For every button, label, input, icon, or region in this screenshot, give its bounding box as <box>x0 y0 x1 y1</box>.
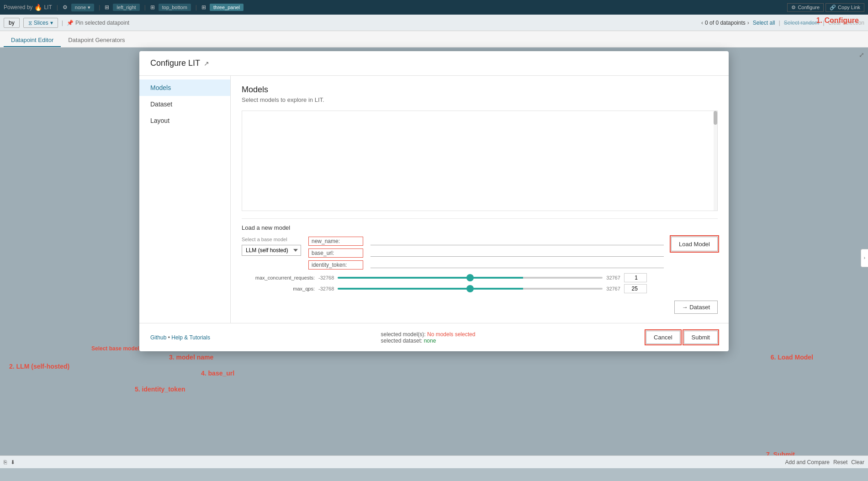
max-qps-number[interactable] <box>624 284 647 293</box>
tab-datapoint-editor-label: Datapoint Editor <box>11 37 53 43</box>
gear-icon: ⚙ <box>791 5 796 11</box>
lit-text: LIT <box>44 4 52 11</box>
powered-by-text: Powered by <box>4 4 32 11</box>
slices-dropdown-icon: ▾ <box>50 20 53 26</box>
sidebar-dataset-label: Dataset <box>150 100 172 108</box>
top-bar: Powered by 🔥 LIT | ⚙ none ▾ | ⊞ left_rig… <box>0 0 868 15</box>
max-qps-label: max_qps: <box>242 286 315 291</box>
tab-datapoint-editor[interactable]: Datapoint Editor <box>4 34 61 47</box>
datapoints-nav: ‹ 0 of 0 datapoints › <box>701 20 749 26</box>
prev-datapoint-btn[interactable]: ‹ <box>701 20 703 26</box>
next-datapoint-btn[interactable]: › <box>747 20 749 26</box>
base-model-select[interactable]: LLM (self hosted) <box>242 245 301 256</box>
lit-logo: Powered by 🔥 LIT <box>4 4 52 11</box>
scrollbar-track[interactable] <box>714 111 717 211</box>
github-link[interactable]: Github <box>150 334 166 341</box>
top-bar-left: Powered by 🔥 LIT | ⚙ none ▾ | ⊞ left_rig… <box>4 4 243 11</box>
right-collapse-button[interactable]: › <box>861 249 868 267</box>
pin-datapoint-button[interactable]: 📌 Pin selected datapoint <box>67 20 129 26</box>
no-models-selected-text: No models selected <box>427 331 475 338</box>
max-concurrent-max: 32767 <box>606 275 620 280</box>
pin-label: Pin selected datapoint <box>75 20 129 26</box>
footer-links: Github • Help & Tutorials <box>150 334 210 341</box>
load-model-controls: Select a base model LLM (self hosted) ne… <box>242 237 718 270</box>
load-model-button[interactable]: Load Model <box>671 237 718 251</box>
models-list-area <box>242 111 718 211</box>
max-qps-row: max_qps: -32768 32767 <box>242 284 718 293</box>
selected-models-label: selected model(s): <box>381 331 426 338</box>
base-url-label[interactable]: base_url: <box>308 248 363 258</box>
second-bar-right: ‹ 0 of 0 datapoints › Select all | Selec… <box>701 19 864 26</box>
flame-icon: 🔥 <box>34 4 42 11</box>
layout-left-right-btn[interactable]: left_right <box>113 4 139 11</box>
slider-section: max_concurrent_requests: -32768 32767 ma… <box>242 273 718 293</box>
base-model-select-wrapper: Select a base model LLM (self hosted) <box>242 237 301 256</box>
new-name-input[interactable] <box>370 237 664 245</box>
identity-token-label[interactable]: identity_token: <box>308 260 363 270</box>
grid3-icon: ⊞ <box>201 4 206 11</box>
group-by-button[interactable]: by <box>4 18 20 28</box>
none-value-text: none <box>424 338 436 344</box>
content-title: Models <box>242 85 718 95</box>
slices-button[interactable]: ⧖ Slices ▾ <box>23 18 58 28</box>
select-all-button[interactable]: Select all <box>753 20 775 26</box>
identity-token-input[interactable] <box>370 259 664 268</box>
group-by-label: by <box>9 20 15 26</box>
sidebar-item-models[interactable]: Models <box>139 79 230 96</box>
select-random-button[interactable]: Select random <box>784 20 819 26</box>
base-url-input[interactable] <box>370 248 664 257</box>
top-bar-right: ⚙ Configure 🔗 Copy Link <box>787 3 864 12</box>
clear-selection-button[interactable]: Clear selection <box>828 20 864 26</box>
dialog-body: Models Dataset Layout Models Select mode… <box>139 76 729 323</box>
dialog-footer: Github • Help & Tutorials selected model… <box>139 323 729 351</box>
new-name-label[interactable]: new_name: <box>308 237 363 246</box>
max-concurrent-requests-number[interactable] <box>624 273 647 282</box>
dialog-overlay: Configure LIT ↗ Models Dataset Layout <box>0 48 868 468</box>
copy-link-label: Copy Link <box>838 5 860 10</box>
slices-label: Slices <box>34 20 48 26</box>
cancel-button[interactable]: Cancel <box>646 331 680 344</box>
to-dataset-button[interactable]: → Dataset <box>674 301 718 314</box>
configure-dialog: Configure LIT ↗ Models Dataset Layout <box>139 51 729 351</box>
tab-datapoint-generators[interactable]: Datapoint Generators <box>61 34 132 47</box>
layout-three-panel-label: three_panel <box>213 5 240 10</box>
configure-label: Configure <box>798 5 820 10</box>
max-concurrent-requests-row: max_concurrent_requests: -32768 32767 <box>242 273 718 282</box>
grid-icon: ⊞ <box>105 4 109 11</box>
second-bar: by ⧖ Slices ▾ | 📌 Pin selected datapoint… <box>0 15 868 31</box>
layout-top-bottom-label: top_bottom <box>162 5 187 10</box>
layout-none-btn[interactable]: none ▾ <box>71 4 94 11</box>
layout-three-panel-btn[interactable]: three_panel <box>210 4 243 11</box>
load-model-header: Load a new model <box>242 224 718 231</box>
layout-top-bottom-btn[interactable]: top_bottom <box>159 4 191 11</box>
max-concurrent-requests-label: max_concurrent_requests: <box>242 275 315 280</box>
max-qps-slider[interactable] <box>338 288 603 290</box>
sidebar-item-layout[interactable]: Layout <box>139 112 230 129</box>
max-qps-max: 32767 <box>606 286 620 291</box>
link-icon: 🔗 <box>830 5 836 11</box>
dialog-title: Configure LIT <box>150 58 200 68</box>
layout-none-label: none <box>75 5 86 10</box>
tab-bar: Datapoint Editor Datapoint Generators <box>0 31 868 48</box>
max-concurrent-requests-slider[interactable] <box>338 277 603 279</box>
configure-button[interactable]: ⚙ Configure <box>787 3 824 12</box>
slices-icon: ⧖ <box>28 20 32 26</box>
model-fields: new_name: base_url: identity_token: <box>308 237 363 270</box>
copy-link-button[interactable]: 🔗 Copy Link <box>826 3 864 12</box>
sidebar-item-dataset[interactable]: Dataset <box>139 96 230 112</box>
external-link-icon[interactable]: ↗ <box>204 60 209 67</box>
footer-actions: Cancel Submit <box>646 331 718 344</box>
pin-icon: 📌 <box>67 20 74 26</box>
base-model-select-label: Select a base model <box>242 237 301 242</box>
dialog-sidebar: Models Dataset Layout <box>139 76 231 323</box>
selected-dataset-label: selected dataset: <box>381 338 423 344</box>
sidebar-models-label: Models <box>150 84 171 91</box>
max-qps-min: -32768 <box>318 286 334 291</box>
dropdown-icon: ▾ <box>88 5 90 11</box>
layout-left-right-label: left_right <box>116 5 136 10</box>
submit-button[interactable]: Submit <box>684 331 718 344</box>
scrollbar-thumb[interactable] <box>714 111 717 125</box>
datapoints-count: 0 of 0 datapoints <box>705 20 746 26</box>
help-tutorials-link[interactable]: Help & Tutorials <box>171 334 210 341</box>
grid2-icon: ⊞ <box>150 4 155 11</box>
